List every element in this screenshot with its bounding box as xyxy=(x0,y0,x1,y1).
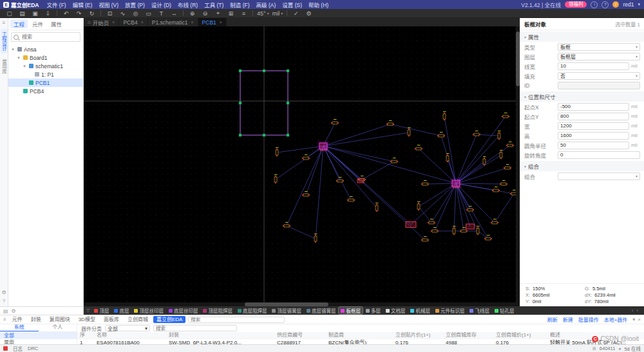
hub-component[interactable] xyxy=(319,143,327,149)
close-icon[interactable]: × xyxy=(112,20,115,24)
component-footprint[interactable] xyxy=(337,180,343,182)
tree-item[interactable]: 1: P1 xyxy=(8,70,83,79)
layer-settings-icon[interactable]: ⚙ xyxy=(12,308,16,314)
dock-sidebar-tab-0[interactable]: 系统 xyxy=(0,324,39,331)
pcb-canvas[interactable] xyxy=(84,26,520,306)
menu-item-4[interactable]: 设计 (D) xyxy=(148,1,175,8)
open-icon[interactable]: ▤ xyxy=(16,10,28,17)
settings-icon[interactable]: ⚙ xyxy=(303,10,315,17)
panel-tab-0[interactable]: 工程 xyxy=(10,19,28,28)
doc-tab-3[interactable]: PCB1× xyxy=(198,18,227,26)
property-input-line-width[interactable] xyxy=(558,62,629,70)
tree-item[interactable]: PCB4 xyxy=(8,87,83,95)
tree-item[interactable]: ▾schematic1 xyxy=(8,62,83,70)
scroll-right-icon[interactable]: › xyxy=(637,308,639,313)
layer-chip[interactable]: 飞线层 xyxy=(468,307,491,314)
redo-icon[interactable]: ↷ xyxy=(73,10,85,17)
layer-chip[interactable]: 文档层 xyxy=(384,307,408,314)
layer-chip[interactable]: 元件标识层 xyxy=(433,307,467,314)
category-select[interactable]: 全部 ▾ xyxy=(105,325,150,331)
via-icon[interactable]: ◎ xyxy=(129,10,142,17)
component-footprint[interactable] xyxy=(453,228,455,234)
notification-icon[interactable]: ! xyxy=(591,1,598,8)
selection-handle[interactable] xyxy=(287,134,289,136)
username[interactable]: red1 xyxy=(623,1,634,8)
component-footprint[interactable] xyxy=(483,159,486,164)
component-footprint[interactable] xyxy=(417,204,420,209)
caret-icon[interactable]: ▾ xyxy=(16,55,21,60)
dock-tab-4[interactable]: 面板库 xyxy=(100,316,122,323)
tree-item[interactable]: ▾Ansa xyxy=(8,45,83,53)
panel-tab-2[interactable]: 属性 xyxy=(48,19,65,28)
hamburger-icon[interactable]: ≡ xyxy=(3,20,6,26)
doc-tab-2[interactable]: P1.schematic1× xyxy=(148,18,198,26)
caret-icon[interactable]: ▾ xyxy=(10,47,15,52)
component-footprint[interactable] xyxy=(422,239,428,241)
highlighted-component[interactable] xyxy=(357,179,364,183)
close-icon[interactable]: × xyxy=(191,20,194,24)
dock-tab-0[interactable]: 元件 xyxy=(9,316,26,323)
dock-link-3[interactable]: 本地+器件 xyxy=(604,316,628,323)
collapse-icon[interactable]: ▾ xyxy=(632,317,635,322)
component-footprint[interactable] xyxy=(348,199,354,201)
dock-category-item[interactable]: 常用 xyxy=(0,339,77,344)
tree-item[interactable]: PCB1 xyxy=(8,79,83,87)
menu-item-0[interactable]: 文件 (F) xyxy=(43,1,69,8)
layer-chip[interactable]: 多层 xyxy=(364,307,383,314)
layer-chip[interactable]: 底层 xyxy=(112,307,131,314)
layer-chip[interactable]: 底层锡膏层 xyxy=(305,307,338,314)
route-angle-dropdown[interactable]: 45°▾ xyxy=(256,10,270,17)
grid-icon[interactable]: ⊞ xyxy=(225,10,237,17)
property-input-start-y[interactable] xyxy=(558,113,629,120)
doc-tab-0[interactable]: ⌂开始页× xyxy=(84,18,119,26)
dock-link-2[interactable]: 批量操作 xyxy=(578,316,599,323)
help-icon[interactable]: ? xyxy=(601,1,609,8)
component-footprint[interactable] xyxy=(408,130,410,135)
close-icon[interactable]: × xyxy=(638,317,641,322)
selection-handle[interactable] xyxy=(239,102,242,104)
component-footprint[interactable] xyxy=(501,183,506,185)
component-footprint[interactable] xyxy=(505,167,510,169)
component-footprint[interactable] xyxy=(474,133,479,136)
layer-chip[interactable]: 机械层 xyxy=(408,307,432,314)
zoom-fit-icon[interactable]: ⌖ xyxy=(212,10,224,17)
component-footprint[interactable] xyxy=(477,228,479,234)
dimension-icon[interactable]: ↔ xyxy=(168,10,180,17)
status-item-1[interactable]: DRC xyxy=(28,346,38,351)
layer-chip[interactable]: 钻孔层 xyxy=(493,307,516,314)
close-icon[interactable]: × xyxy=(141,20,144,24)
menu-item-2[interactable]: 视图 (V) xyxy=(95,1,122,8)
component-footprint[interactable] xyxy=(303,157,308,160)
drc-check-icon[interactable]: ✓ xyxy=(290,10,302,17)
dock-tab-3[interactable]: 3D模型 xyxy=(75,316,99,323)
layer-chip[interactable]: 顶层锡膏层 xyxy=(270,307,303,314)
wire-icon[interactable]: ∿ xyxy=(117,10,129,17)
selection-handle[interactable] xyxy=(263,134,265,136)
dock-tab-1[interactable]: 封装 xyxy=(28,316,44,323)
dock-tab-2[interactable]: 复用图块 xyxy=(46,316,73,323)
panel-tab-1[interactable]: 元件 xyxy=(29,19,46,28)
save-icon[interactable]: ▣ xyxy=(29,10,41,17)
selection-handle[interactable] xyxy=(239,134,242,136)
property-input-height[interactable] xyxy=(558,132,629,140)
help-icon[interactable]: ? xyxy=(3,298,5,304)
menu-item-9[interactable]: 设置 (S) xyxy=(279,1,305,8)
dock-link-1[interactable]: 新建 xyxy=(563,316,573,323)
component-footprint[interactable] xyxy=(486,237,491,240)
selection-handle[interactable] xyxy=(287,102,289,104)
component-footprint[interactable] xyxy=(284,225,289,227)
component-footprint[interactable] xyxy=(507,144,513,147)
tree-item[interactable]: ▾Board1 xyxy=(8,53,83,62)
left-strip-tab-1[interactable]: 常用库 xyxy=(1,57,8,77)
menu-item-1[interactable]: 编辑 (E) xyxy=(70,1,96,8)
menu-item-8[interactable]: 高级 (A) xyxy=(253,1,279,8)
selection-handle[interactable] xyxy=(263,69,265,72)
component-footprint[interactable] xyxy=(432,230,437,232)
component-footprint[interactable] xyxy=(332,122,337,124)
property-input-start-x[interactable] xyxy=(558,103,629,111)
section-header-2[interactable]: ▾组合 xyxy=(520,161,644,171)
component-footprint[interactable] xyxy=(429,221,434,224)
parts-search-input[interactable] xyxy=(153,325,237,331)
panel-menu-icon[interactable]: ≡ xyxy=(3,317,6,322)
dock-search-input[interactable] xyxy=(188,317,285,323)
